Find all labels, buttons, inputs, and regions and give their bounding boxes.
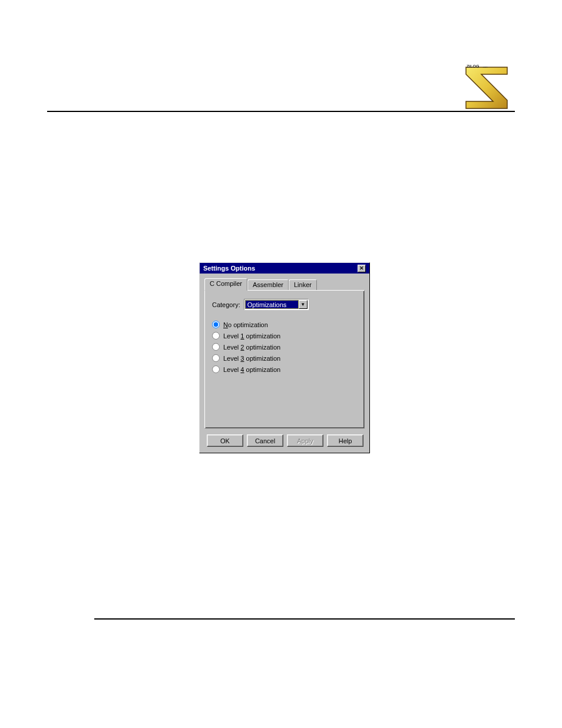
settings-options-dialog: Settings Options ✕ C Compiler Assembler … bbox=[199, 262, 370, 453]
radio-label-2: Level 2 optimization bbox=[223, 344, 280, 351]
radio-input-3[interactable] bbox=[212, 354, 220, 362]
tab-linker[interactable]: Linker bbox=[289, 279, 317, 290]
radio-input-0[interactable] bbox=[212, 321, 220, 328]
divider-bottom bbox=[94, 618, 515, 620]
category-label: Category: bbox=[212, 301, 240, 308]
radio-label-3: Level 3 optimization bbox=[223, 355, 280, 362]
zilog-logo: ZiLOG .com bbox=[459, 59, 515, 112]
help-button[interactable]: Help bbox=[327, 434, 363, 447]
radio-label-0: No optimization bbox=[223, 321, 268, 328]
tab-c-compiler[interactable]: C Compiler bbox=[204, 278, 247, 291]
radio-level-2[interactable]: Level 2 optimization bbox=[212, 343, 357, 351]
radio-label-4: Level 4 optimization bbox=[223, 366, 280, 373]
radio-level-4[interactable]: Level 4 optimization bbox=[212, 365, 357, 373]
radio-input-1[interactable] bbox=[212, 332, 220, 340]
titlebar: Settings Options ✕ bbox=[200, 263, 369, 274]
divider-top bbox=[47, 111, 515, 112]
radio-no-optimization[interactable]: No optimization bbox=[212, 321, 357, 328]
radio-label-1: Level 1 optimization bbox=[223, 332, 280, 340]
svg-text:.com: .com bbox=[482, 65, 488, 68]
radio-level-1[interactable]: Level 1 optimization bbox=[212, 332, 357, 340]
ok-button[interactable]: OK bbox=[207, 434, 243, 447]
button-row: OK Cancel Apply Help bbox=[204, 434, 365, 447]
radio-level-3[interactable]: Level 3 optimization bbox=[212, 354, 357, 362]
chevron-down-icon[interactable]: ▼ bbox=[299, 300, 308, 309]
tab-panel: Category: Optimizations ▼ No optimizatio… bbox=[204, 290, 365, 429]
category-select[interactable]: Optimizations ▼ bbox=[244, 299, 309, 310]
tab-row: C Compiler Assembler Linker bbox=[204, 278, 365, 290]
svg-text:ZiLOG: ZiLOG bbox=[467, 64, 480, 68]
radio-input-4[interactable] bbox=[212, 365, 220, 373]
category-value: Optimizations bbox=[245, 300, 299, 309]
close-icon[interactable]: ✕ bbox=[358, 265, 366, 272]
tab-assembler[interactable]: Assembler bbox=[247, 279, 289, 290]
radio-input-2[interactable] bbox=[212, 343, 220, 351]
dialog-title: Settings Options bbox=[203, 265, 255, 272]
cancel-button[interactable]: Cancel bbox=[247, 434, 283, 447]
apply-button[interactable]: Apply bbox=[287, 434, 323, 447]
